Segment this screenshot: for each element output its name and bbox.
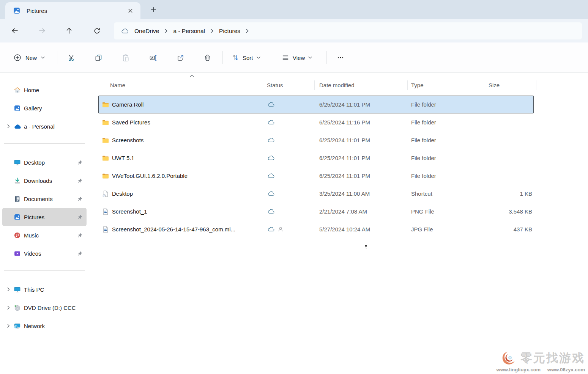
desktop-icon — [14, 159, 21, 166]
pin-slot — [77, 233, 83, 238]
expand-chevron-icon[interactable] — [6, 305, 11, 310]
sidebar-item-gallery[interactable]: Gallery — [2, 99, 87, 117]
date-modified: 3/25/2024 11:00 AM — [319, 185, 370, 203]
breadcrumb-item[interactable]: OneDrive — [134, 28, 159, 35]
videos-icon — [14, 250, 21, 257]
image-file-icon — [102, 208, 109, 215]
table-row[interactable]: Camera Roll6/25/2024 11:01 PMFile folder — [98, 96, 534, 113]
sidebar-item-desktop[interactable]: Desktop — [2, 153, 87, 171]
sort-button[interactable]: Sort — [228, 49, 264, 66]
sidebar-item-videos[interactable]: Videos — [2, 244, 87, 262]
file-name: ViVeTool.GUI.1.6.2.0.Portable — [112, 167, 188, 185]
table-row[interactable]: Screenshot_2024-05-26-14-15-47-963_com.m… — [98, 220, 534, 238]
sidebar-item-pictures[interactable]: Pictures — [2, 208, 87, 226]
file-list-rows: Camera Roll6/25/2024 11:01 PMFile folder… — [98, 96, 534, 238]
share-button[interactable] — [172, 49, 189, 66]
column-header-size[interactable]: Size — [489, 78, 500, 93]
sidebar-item-label: This PC — [24, 286, 44, 293]
copy-button[interactable] — [90, 49, 107, 66]
sidebar-item-label: Music — [24, 232, 39, 239]
sidebar-item-home[interactable]: Home — [2, 81, 87, 99]
sidebar-item-dvd-drive-d-ccc[interactable]: DVD Drive (D:) CCC — [2, 299, 87, 317]
dvd-drive-icon — [14, 304, 21, 311]
folder-icon — [102, 154, 109, 162]
file-list-pane: Name Status Date modified Type Size Came… — [89, 73, 588, 374]
status-cell — [267, 149, 275, 167]
icon-slot — [14, 304, 24, 311]
icon-slot — [14, 286, 24, 293]
column-divider[interactable] — [483, 80, 483, 90]
table-row[interactable]: Desktop3/25/2024 11:00 AMShortcut1 KB — [98, 185, 534, 203]
more-options-button[interactable] — [332, 49, 349, 66]
rename-button[interactable] — [145, 49, 161, 66]
table-row[interactable]: Screenshot_12/21/2024 7:08 AMPNG File3,5… — [98, 203, 534, 220]
watermark-logo-icon — [501, 350, 517, 366]
forward-button[interactable] — [35, 24, 49, 38]
sidebar-item-label: Documents — [24, 196, 53, 202]
cloud-status-icon — [267, 119, 275, 125]
column-divider[interactable] — [262, 80, 262, 90]
column-header-status[interactable]: Status — [267, 78, 283, 93]
breadcrumb-chevron-icon[interactable] — [210, 28, 214, 33]
column-header-name[interactable]: Name — [110, 78, 125, 93]
cloud-status-icon — [267, 137, 275, 143]
file-explorer-window: Pictures OneDrivea - PersonalPictures Ne… — [0, 0, 588, 374]
watermark: 零元找游戏 www.lingliuyx.com www.06zyx.com — [491, 350, 585, 372]
column-divider[interactable] — [407, 80, 408, 90]
refresh-button[interactable] — [90, 24, 104, 38]
view-lines-icon — [282, 54, 289, 61]
expand-chevron-icon[interactable] — [6, 287, 11, 292]
file-name: Saved Pictures — [112, 113, 150, 131]
tab-title: Pictures — [27, 8, 125, 14]
breadcrumb-item[interactable]: Pictures — [219, 28, 240, 35]
gallery-icon — [14, 105, 21, 112]
file-icon-cell — [102, 220, 109, 238]
sidebar-item-a-personal[interactable]: a - Personal — [2, 117, 87, 135]
sidebar-item-this-pc[interactable]: This PC — [2, 280, 87, 299]
column-header-type[interactable]: Type — [411, 78, 424, 93]
status-cell — [267, 131, 275, 149]
expand-chevron-icon[interactable] — [6, 124, 11, 129]
paste-button[interactable] — [117, 49, 134, 66]
breadcrumb-item[interactable]: a - Personal — [173, 28, 205, 35]
sidebar-item-music[interactable]: Music — [2, 226, 87, 244]
close-tab-icon[interactable] — [125, 6, 135, 16]
tab-pictures[interactable]: Pictures — [5, 2, 140, 19]
table-row[interactable]: UWT 5.16/25/2024 11:01 PMFile folder — [98, 149, 534, 167]
column-header-date-modified[interactable]: Date modified — [319, 78, 355, 93]
pin-icon — [77, 178, 83, 184]
up-button[interactable] — [62, 24, 76, 38]
music-icon — [14, 232, 21, 239]
file-name: UWT 5.1 — [112, 149, 134, 167]
breadcrumb-chevron-icon[interactable] — [164, 28, 168, 33]
expand-chevron-icon[interactable] — [6, 324, 11, 328]
sidebar-item-documents[interactable]: Documents — [2, 190, 87, 208]
new-tab-button[interactable] — [148, 4, 159, 15]
file-size — [452, 96, 532, 113]
back-button[interactable] — [8, 24, 22, 38]
date-modified: 6/25/2024 11:01 PM — [319, 167, 370, 185]
view-button[interactable]: View — [278, 49, 316, 66]
sidebar-item-downloads[interactable]: Downloads — [2, 171, 87, 190]
file-size — [452, 113, 532, 131]
file-icon-cell — [102, 185, 109, 203]
file-type: File folder — [411, 96, 436, 113]
new-button[interactable]: New — [9, 49, 49, 66]
breadcrumb-chevron-icon[interactable] — [246, 28, 249, 33]
sidebar-item-network[interactable]: Network — [2, 317, 87, 335]
chevron-slot — [2, 324, 14, 328]
address-bar[interactable]: OneDrivea - PersonalPictures — [114, 22, 582, 39]
shared-person-icon — [278, 226, 283, 232]
table-row[interactable]: Screenshots6/25/2024 11:01 PMFile folder — [98, 131, 534, 149]
table-row[interactable]: Saved Pictures6/25/2024 11:16 PMFile fol… — [98, 113, 534, 131]
delete-button[interactable] — [199, 49, 216, 66]
column-divider[interactable] — [314, 80, 315, 90]
sort-arrows-icon — [232, 54, 239, 61]
sidebar-divider — [4, 270, 85, 271]
column-divider[interactable] — [536, 80, 536, 90]
forward-arrow-icon — [38, 27, 46, 35]
cut-button[interactable] — [63, 49, 79, 66]
table-row[interactable]: ViVeTool.GUI.1.6.2.0.Portable6/25/2024 1… — [98, 167, 534, 185]
tab-bar: Pictures — [0, 0, 588, 19]
icon-slot — [14, 105, 24, 112]
